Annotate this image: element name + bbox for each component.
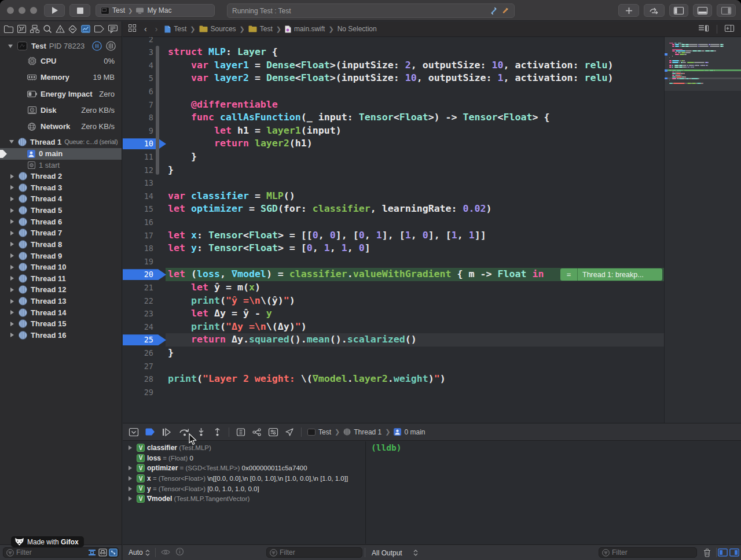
disclosure-closed-icon[interactable]	[10, 288, 14, 292]
disclosure-closed-icon[interactable]	[10, 310, 14, 315]
code-line-26[interactable]: 26}	[123, 347, 665, 360]
memory-graph-button[interactable]	[249, 428, 265, 436]
disclosure-closed-icon[interactable]	[10, 299, 14, 304]
disclosure-closed-icon[interactable]	[127, 496, 133, 501]
code-line-10[interactable]: 10 return layer2(h1)	[123, 137, 665, 150]
frame-1-start-row[interactable]: 1 start	[0, 160, 122, 171]
thread-row-thread-16[interactable]: Thread 16	[0, 330, 122, 341]
thread-row-thread-2[interactable]: Thread 2	[0, 171, 122, 182]
line-number[interactable]: 11	[123, 152, 153, 161]
disclosure-closed-icon[interactable]	[127, 466, 133, 470]
line-number[interactable]: 12	[123, 165, 153, 175]
thread-row-thread-12[interactable]: Thread 12	[0, 284, 122, 296]
disclosure-closed-icon[interactable]	[10, 197, 14, 201]
disclosure-closed-icon[interactable]	[10, 174, 14, 179]
filter-performance-icon[interactable]	[88, 548, 96, 559]
thread-row-thread-4[interactable]: Thread 4	[0, 193, 122, 205]
line-number[interactable]: 16	[123, 218, 153, 227]
hammer-issue-icon[interactable]	[501, 7, 509, 15]
line-number[interactable]: 28	[123, 374, 153, 384]
gauge-row-cpu[interactable]: CPU 0%	[0, 53, 122, 69]
line-number[interactable]: 22	[123, 296, 153, 305]
disclosure-closed-icon[interactable]	[10, 242, 14, 246]
step-out-button[interactable]	[209, 428, 225, 436]
debug-crumb-thread[interactable]: Thread 1	[354, 428, 381, 436]
code-line-11[interactable]: 11 }	[123, 150, 665, 164]
thread-row-thread-5[interactable]: Thread 5	[0, 205, 122, 216]
code-line-28[interactable]: 28print("Layer 2 weight: \(∇model.layer2…	[123, 373, 665, 386]
toggle-inspector-button[interactable]	[717, 4, 736, 17]
line-number[interactable]: 24	[123, 322, 153, 331]
variable-row-x[interactable]: Vx = (Tensor<Float>) \n[[0.0, 0.0],\n [0…	[123, 473, 365, 484]
variable-row-loss[interactable]: Vloss = (Float) 0	[123, 453, 365, 463]
clear-console-button[interactable]	[703, 548, 711, 559]
assistant-editor-button[interactable]	[644, 4, 665, 17]
disclosure-open-icon[interactable]	[9, 140, 14, 143]
filter-only-running-icon[interactable]	[109, 548, 118, 559]
minimize-window-button[interactable]	[19, 7, 25, 14]
environment-overrides-button[interactable]	[265, 428, 281, 436]
code-line-29[interactable]: 29	[123, 386, 665, 399]
line-number[interactable]: 7	[123, 100, 153, 109]
line-number[interactable]: 17	[123, 231, 153, 240]
line-number[interactable]: 8	[123, 113, 153, 122]
line-number[interactable]: 3	[123, 47, 153, 57]
breakpoint-marker[interactable]: 10	[123, 138, 166, 149]
tab-find-navigator[interactable]	[43, 25, 52, 33]
code-line-20[interactable]: 20let (loss, ∇model) = classifier.valueW…	[123, 268, 665, 281]
breadcrumb-target[interactable]: Test	[164, 25, 186, 33]
code-line-24[interactable]: 24 print("Δy =\n\(Δy)")	[123, 320, 665, 334]
frame-0-main-row[interactable]: 0 main	[0, 148, 122, 160]
stop-button[interactable]	[69, 4, 90, 17]
breadcrumb-group-test[interactable]: Test	[248, 25, 273, 33]
toggle-navigator-button[interactable]	[669, 4, 688, 17]
view-mode-button[interactable]	[106, 41, 116, 51]
tab-issue-navigator[interactable]	[56, 25, 65, 33]
code-line-21[interactable]: 21 let ŷ = m(x)	[123, 281, 665, 294]
gauge-row-disk[interactable]: Disk Zero KB/s	[0, 102, 122, 118]
show-summaries-eye-icon[interactable]	[161, 547, 170, 558]
thread-row-thread-3[interactable]: Thread 3	[0, 182, 122, 194]
variables-view[interactable]: Vclassifier (Test.MLP)Vloss = (Float) 0V…	[123, 441, 365, 544]
code-line-22[interactable]: 22 print("ŷ =\n\(ŷ)")	[123, 294, 665, 308]
disclosure-closed-icon[interactable]	[10, 219, 14, 224]
toggle-debug-area-button[interactable]	[693, 4, 712, 17]
line-number[interactable]: 2	[123, 37, 153, 44]
run-button[interactable]	[44, 4, 65, 17]
thread-row-thread-8[interactable]: Thread 8	[0, 239, 122, 250]
go-back-button[interactable]: ‹	[144, 24, 147, 34]
line-number[interactable]: 13	[123, 178, 153, 187]
console-view[interactable]: (lldb)	[365, 441, 741, 544]
code-line-12[interactable]: 12}	[123, 164, 665, 177]
debug-crumb-frame[interactable]: 0 main	[404, 428, 425, 436]
code-line-25[interactable]: 25 return Δy.squared().mean().scalarized…	[123, 333, 665, 347]
code-line-23[interactable]: 23 let Δy = ŷ - y	[123, 307, 665, 320]
thread-1-row[interactable]: Thread 1 Queue: c...d (serial)	[0, 137, 122, 148]
line-number[interactable]: 4	[123, 61, 153, 70]
disclosure-closed-icon[interactable]	[127, 476, 133, 481]
code-line-18[interactable]: 18let y: Tensor<Float> = [0, 1, 1, 0]	[123, 242, 665, 255]
disclosure-closed-icon[interactable]	[10, 253, 14, 258]
scheme-selector[interactable]: Test ❯ My Mac	[96, 4, 215, 17]
code-line-6[interactable]: 6	[123, 85, 665, 98]
hide-debug-area-button[interactable]	[126, 428, 142, 436]
variable-row-model[interactable]: V∇model (Test.MLP.TangentVector)	[123, 494, 365, 504]
line-number[interactable]: 19	[123, 257, 153, 266]
close-window-button[interactable]	[7, 7, 14, 14]
disclosure-closed-icon[interactable]	[10, 322, 14, 326]
debug-view-hierarchy-button[interactable]	[233, 428, 249, 436]
breakpoint-marker[interactable]: 25	[123, 334, 166, 345]
tab-test-navigator[interactable]	[68, 25, 77, 34]
editor-minimap[interactable]	[664, 37, 741, 423]
disclosure-closed-icon[interactable]	[127, 487, 133, 491]
disclosure-open-icon[interactable]	[8, 45, 13, 48]
code-line-9[interactable]: 9 let h1 = layer1(input)	[123, 124, 665, 138]
variable-row-optimizer[interactable]: Voptimizer = (SGD<Test.MLP>) 0x000000011…	[123, 463, 365, 474]
breadcrumb-group-sources[interactable]: Sources	[199, 25, 236, 33]
gauge-row-memory[interactable]: Memory 19 MB	[0, 69, 122, 86]
thread-row-thread-10[interactable]: Thread 10	[0, 261, 122, 273]
thread-row-thread-9[interactable]: Thread 9	[0, 250, 122, 261]
related-items-icon[interactable]	[129, 24, 136, 34]
pause-process-button[interactable]	[92, 41, 102, 51]
code-line-8[interactable]: 8 func callAsFunction(_ input: Tensor<Fl…	[123, 111, 665, 124]
